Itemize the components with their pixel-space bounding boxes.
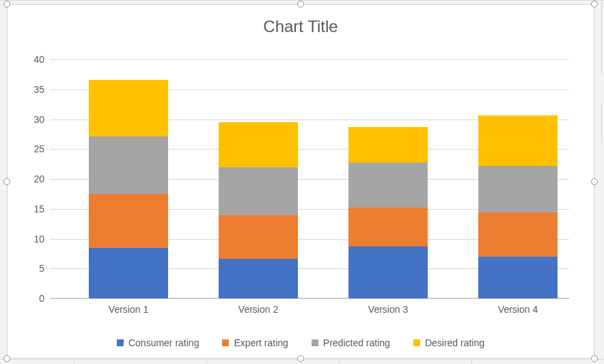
legend-label: Desired rating [425,337,484,348]
bar-segment[interactable] [219,215,298,260]
legend-item[interactable]: Desired rating [413,337,484,348]
y-tick-label: 5 [39,263,44,274]
bar-segment[interactable] [219,122,298,167]
embedded-chart[interactable]: Chart Title 0510152025303540 Version 1Ve… [7,4,594,359]
bar-segment[interactable] [348,208,428,247]
chart-title[interactable]: Chart Title [8,5,594,36]
bar-segment[interactable] [348,127,428,163]
bar-segment[interactable] [348,163,428,208]
legend-label: Expert rating [234,337,288,348]
selection-handle-nw[interactable] [3,1,10,8]
legend-item[interactable]: Predicted rating [312,337,390,348]
legend-swatch [117,339,124,346]
selection-handle-sw[interactable] [3,355,10,362]
legend-swatch [413,339,420,346]
selection-handle-e[interactable] [591,178,598,185]
y-tick-label: 15 [33,204,44,214]
legend-swatch [312,339,318,346]
bar-segment[interactable] [478,257,558,298]
chart-legend[interactable]: Consumer ratingExpert ratingPredicted ra… [8,337,594,348]
selection-handle-se[interactable] [591,355,598,362]
x-tick-label: Version 3 [333,304,443,315]
y-tick-label: 25 [33,143,44,154]
bar-segment[interactable] [478,115,558,166]
legend-label: Predicted rating [323,337,390,348]
bar-segment[interactable] [219,167,298,215]
x-tick-label: Version 1 [74,304,183,315]
selection-handle-ne[interactable] [591,1,598,8]
bar-segment[interactable] [89,137,168,194]
grid-line [50,298,569,299]
selection-handle-n[interactable] [297,1,304,8]
bar-segment[interactable] [89,248,168,298]
bar-segment[interactable] [348,247,428,298]
legend-label: Consumer rating [128,337,200,348]
y-tick-label: 35 [33,84,44,95]
bar-segment[interactable] [89,80,168,137]
bar-segment[interactable] [478,166,558,212]
y-tick-label: 0 [39,293,44,304]
x-tick-label: Version 2 [204,304,313,315]
bar-segment[interactable] [478,212,558,257]
selection-handle-w[interactable] [3,178,10,185]
plot-area[interactable]: 0510152025303540 Version 1Version 2Versi… [50,59,569,298]
legend-item[interactable]: Expert rating [222,337,288,348]
y-tick-label: 20 [33,173,44,184]
spreadsheet-view: Chart Title 0510152025303540 Version 1Ve… [0,0,604,364]
legend-swatch [222,339,229,346]
selection-handle-s[interactable] [297,355,304,362]
grid-line [50,59,569,60]
y-tick-label: 30 [33,114,44,125]
bar-segment[interactable] [89,194,168,248]
legend-item[interactable]: Consumer rating [117,337,200,348]
bar-segment[interactable] [219,259,298,298]
y-tick-label: 10 [33,234,44,244]
x-tick-label: Version 4 [463,304,573,315]
y-tick-label: 40 [33,54,44,65]
